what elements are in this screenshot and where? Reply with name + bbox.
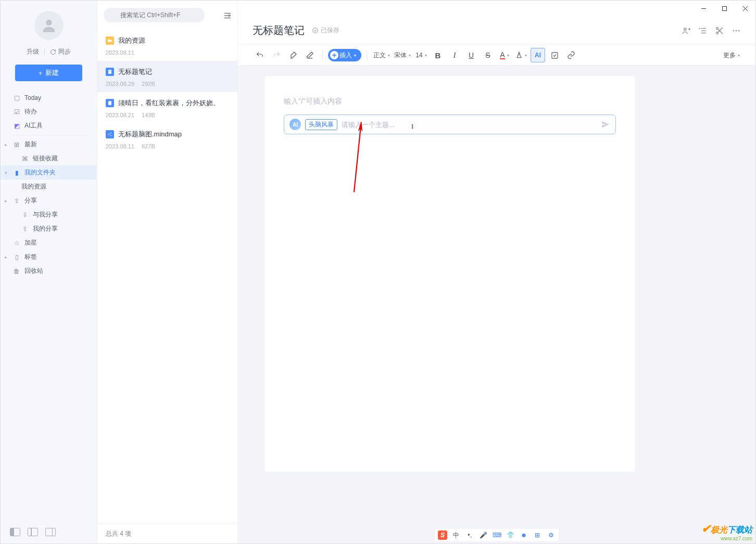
svg-point-27	[716, 32, 719, 34]
plus-icon: +	[39, 69, 43, 77]
font-color-button[interactable]: A▾	[497, 48, 512, 62]
ai-badge-icon: AI	[289, 119, 301, 130]
list-footer: 总共 4 项	[97, 524, 237, 543]
separator	[44, 49, 45, 55]
note-item[interactable]: 我的资源 2023.08.11	[97, 30, 237, 61]
note-date: 2023.08.21	[106, 112, 134, 118]
svg-point-32	[738, 30, 739, 31]
avatar[interactable]	[34, 11, 64, 40]
user-in-icon: ⇩	[21, 211, 29, 219]
layout-right-icon[interactable]	[45, 528, 56, 536]
ai-button[interactable]: AI	[531, 48, 545, 62]
collapse-panel-icon[interactable]	[223, 11, 231, 19]
nav-my-folder[interactable]: ▾▮我的文件夹	[1, 166, 97, 180]
ime-punct-icon[interactable]: •,	[465, 530, 474, 540]
search-input[interactable]	[104, 8, 205, 22]
nav-link-fav[interactable]: ⌘链接收藏	[1, 151, 97, 166]
maximize-button[interactable]	[714, 1, 735, 16]
ime-settings-icon[interactable]: ⚙	[546, 530, 556, 540]
ime-face-icon[interactable]: ☻	[519, 530, 528, 540]
font-size-select[interactable]: 14▾	[414, 48, 429, 62]
svg-line-13	[109, 133, 110, 135]
folder-icon	[106, 36, 114, 45]
minimize-button[interactable]	[693, 1, 714, 16]
close-button[interactable]	[735, 1, 755, 16]
note-title: 须晴日，看红装素裹，分外妖娆。	[118, 98, 220, 108]
folder-icon: ▮	[13, 169, 20, 176]
svg-point-26	[716, 27, 719, 29]
svg-rect-34	[551, 52, 557, 58]
insert-button[interactable]: +插入▾	[328, 49, 361, 61]
italic-button[interactable]: I	[447, 48, 462, 62]
note-item[interactable]: 无标题脑图.mindmap 2023.08.11827B	[97, 123, 237, 155]
eraser-button[interactable]	[303, 48, 317, 62]
svg-point-12	[111, 135, 112, 136]
send-icon[interactable]	[601, 120, 610, 129]
doc-icon	[106, 99, 114, 107]
doc-icon	[106, 68, 114, 76]
nav-today[interactable]: ▢Today	[1, 91, 97, 105]
nav-share[interactable]: ▸⇪分享	[1, 194, 97, 208]
watermark: ✔极光下载站 www.xz7.com	[701, 522, 752, 541]
document-page[interactable]: 输入"/"可插入内容 AI 头脑风暴 I	[265, 76, 635, 472]
mindmap-icon	[106, 130, 114, 138]
layout-both-icon[interactable]	[10, 528, 20, 536]
svg-line-14	[109, 134, 110, 136]
chevron-right-icon: ▸	[5, 198, 7, 204]
ime-voice-icon[interactable]: 🎤	[478, 530, 488, 540]
save-status: 已保存	[312, 26, 339, 35]
ime-sogou-icon[interactable]: S	[438, 530, 447, 540]
sync-link[interactable]: 同步	[50, 47, 71, 56]
svg-point-11	[111, 133, 112, 134]
upgrade-link[interactable]: 升级	[27, 47, 39, 56]
document-title[interactable]: 无标题笔记	[253, 23, 305, 37]
note-date: 2023.08.29	[106, 81, 134, 87]
layout-left-icon[interactable]	[28, 528, 38, 536]
nav-trash[interactable]: 🗑回收站	[1, 264, 97, 278]
new-button[interactable]: + 新建	[15, 65, 82, 81]
nav-my-share[interactable]: ⇧我的分享	[1, 222, 97, 236]
nav-recent[interactable]: ▸⊞最新	[1, 137, 97, 151]
outline-icon[interactable]	[698, 26, 708, 35]
strikethrough-button[interactable]: S	[481, 48, 495, 62]
more-menu-icon[interactable]	[732, 26, 741, 35]
note-date: 2023.08.11	[106, 143, 134, 149]
ime-grid-icon[interactable]: ⊞	[533, 530, 542, 540]
share-icon: ⇪	[13, 197, 20, 205]
note-title: 无标题脑图.mindmap	[118, 130, 182, 139]
checklist-button[interactable]	[547, 48, 562, 62]
link-icon: ⌘	[21, 155, 29, 162]
svg-point-31	[736, 30, 737, 31]
ai-mode-tag[interactable]: 头脑风暴	[305, 119, 337, 130]
scissors-icon[interactable]	[715, 26, 724, 35]
ai-prompt-bar: AI 头脑风暴 I	[284, 115, 616, 134]
more-toolbar-button[interactable]: 更多▾	[722, 48, 741, 62]
paragraph-select[interactable]: 正文▾	[372, 48, 391, 62]
link-button[interactable]	[564, 48, 578, 62]
note-item[interactable]: 须晴日，看红装素裹，分外妖娆。 2023.08.21143B	[97, 92, 237, 123]
note-title: 无标题笔记	[118, 67, 152, 77]
nav-shared-with-me[interactable]: ⇩与我分享	[1, 208, 97, 222]
nav-my-resource[interactable]: 我的资源	[1, 180, 97, 194]
ime-keyboard-icon[interactable]: ⌨	[492, 530, 501, 540]
editor-placeholder: 输入"/"可插入内容	[284, 97, 616, 106]
undo-button[interactable]	[253, 48, 267, 62]
plus-icon: +	[330, 51, 338, 59]
ime-toolbar: S 中 •, 🎤 ⌨ 👕 ☻ ⊞ ⚙	[434, 528, 559, 542]
ime-shirt-icon[interactable]: 👕	[506, 530, 515, 540]
sidebar-left: 升级 同步 + 新建 ▢Today ☑待办 ◩AI工具 ▸⊞最新 ⌘链接收藏 ▾…	[1, 1, 97, 543]
nav-starred[interactable]: ☆加星	[1, 236, 97, 250]
share-user-icon[interactable]	[682, 26, 691, 35]
nav-todo[interactable]: ☑待办	[1, 105, 97, 119]
underline-button[interactable]: U	[464, 48, 478, 62]
highlight-button[interactable]: ▾	[514, 48, 528, 62]
format-brush-button[interactable]	[286, 48, 300, 62]
nav-ai-tools[interactable]: ◩AI工具	[1, 119, 97, 133]
ai-prompt-input[interactable]	[342, 121, 597, 129]
nav-tags[interactable]: ▸▯标签	[1, 250, 97, 264]
font-select[interactable]: 宋体▾	[393, 48, 412, 62]
note-item[interactable]: 无标题笔记 2023.08.29292B	[97, 61, 237, 92]
redo-button[interactable]	[269, 48, 284, 62]
ime-lang[interactable]: 中	[451, 530, 461, 540]
bold-button[interactable]: B	[431, 48, 445, 62]
